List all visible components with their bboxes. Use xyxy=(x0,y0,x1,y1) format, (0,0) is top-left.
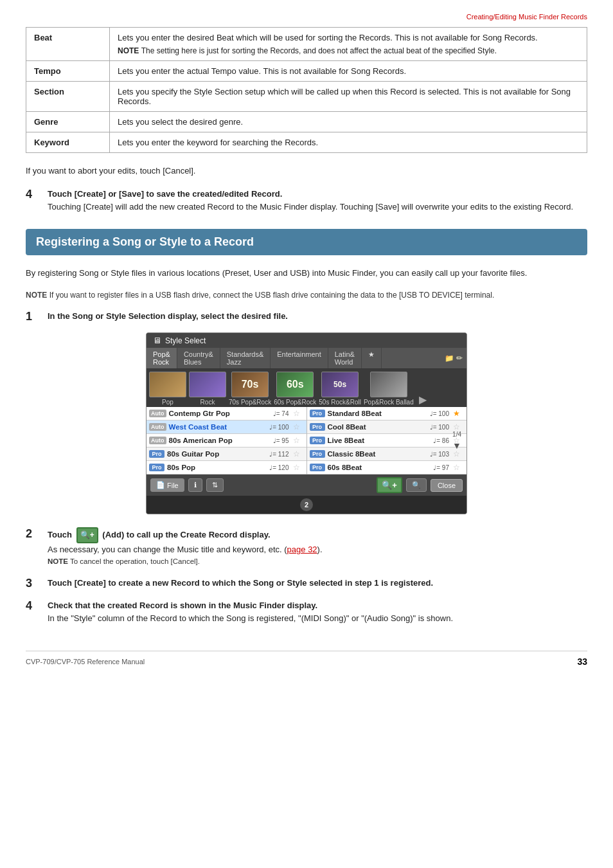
star-icon[interactable]: ☆ xyxy=(293,409,300,418)
tab-latin-world[interactable]: Latin&World xyxy=(328,348,362,368)
tab-favorites[interactable]: ★ xyxy=(362,348,382,368)
step-number-3: 3 xyxy=(26,577,44,590)
badge-pro: Pro xyxy=(310,450,325,458)
step-4-title: Touch [Create] or [Save] to save the cre… xyxy=(48,189,282,199)
info-icon: ℹ xyxy=(194,481,197,489)
list-item[interactable]: Auto 80s American Pop ♩= 95 ☆ xyxy=(147,434,306,448)
step-4b-body: In the "Style" column of the Record to w… xyxy=(48,613,453,623)
cat-scroll-right[interactable]: ▶ xyxy=(416,393,429,406)
list-item[interactable]: Pro 80s Guitar Pop ♩= 112 ☆ xyxy=(147,448,306,461)
list-item[interactable]: Auto Contemp Gtr Pop ♩= 74 ☆ xyxy=(147,407,306,420)
cat-50s[interactable]: 50s 50s Rock&Roll xyxy=(319,372,361,406)
step-1: 1 In the Song or Style Selection display… xyxy=(26,310,587,323)
badge-auto: Auto xyxy=(149,410,166,417)
cat-pop-thumb xyxy=(149,372,186,397)
section-title: Registering a Song or Style to a Record xyxy=(36,235,254,248)
step-4b-content: Check that the created Record is shown i… xyxy=(48,599,587,625)
tab-country-blues[interactable]: Country&Blues xyxy=(177,348,220,368)
edit-icon: ✏ xyxy=(456,354,463,363)
page-footer: CVP-709/CVP-705 Reference Manual 33 xyxy=(26,651,587,667)
table-definition: Lets you enter the actual Tempo value. T… xyxy=(110,61,587,82)
scroll-down-button[interactable]: ▼ xyxy=(452,440,461,451)
add-button-group: 🔍+ xyxy=(377,477,402,493)
item-tempo: ♩= 74 xyxy=(273,410,289,417)
item-tempo: ♩= 100 xyxy=(430,410,449,417)
step-1-title: In the Song or Style Selection display, … xyxy=(48,311,288,321)
star-icon[interactable]: ☆ xyxy=(293,436,300,445)
step-2-note: NOTE To cancel the operation, touch [Can… xyxy=(48,556,587,568)
item-tempo: ♩= 100 xyxy=(430,424,449,431)
cat-60s-thumb: 60s xyxy=(276,372,314,397)
cat-pop-label: Pop xyxy=(162,399,173,406)
cat-50s-thumb: 50s xyxy=(321,372,359,397)
style-select-titlebar: 🖥 Style Select xyxy=(147,333,466,348)
star-icon[interactable]: ☆ xyxy=(293,463,300,472)
item-name: Classic 8Beat xyxy=(328,450,430,458)
cat-pop[interactable]: Pop xyxy=(149,372,186,406)
cat-70s-label: 70s Pop&Rock xyxy=(229,399,271,406)
table-term: Genre xyxy=(26,112,110,132)
cat-60s[interactable]: 60s 60s Pop&Rock xyxy=(274,372,316,406)
list-item[interactable]: Auto West Coast Beat ♩= 100 ☆ xyxy=(147,420,306,434)
folder-icon: 📁 xyxy=(445,354,454,363)
badge-pro: Pro xyxy=(310,410,325,417)
page-link[interactable]: page 32 xyxy=(287,545,317,554)
add-icon-inline: 🔍+ xyxy=(76,527,98,543)
file-button[interactable]: 📄 File xyxy=(150,478,184,492)
monitor-icon: 🖥 xyxy=(153,336,161,345)
item-name: 60s 8Beat xyxy=(328,464,434,471)
item-name: Standard 8Beat xyxy=(328,410,430,417)
info-button[interactable]: ℹ xyxy=(188,478,202,492)
cat-rock[interactable]: Rock xyxy=(189,372,226,406)
step-3-content: Touch [Create] to create a new Record to… xyxy=(48,577,587,590)
list-item[interactable]: Pro Standard 8Beat ♩= 100 ★ xyxy=(307,407,467,420)
tab-entertainment[interactable]: Entertainment xyxy=(271,348,328,368)
step-2-sub: As necessary, you can change the Music t… xyxy=(48,545,323,554)
item-name: 80s American Pop xyxy=(169,437,273,444)
list-item[interactable]: Pro Live 8Beat ♩= 86 ☆ xyxy=(307,434,467,448)
badge-pro: Pro xyxy=(149,450,164,458)
search-button[interactable]: 🔍 xyxy=(406,478,427,492)
table-definition: Lets you select the desired genre. xyxy=(110,112,587,132)
badge-pro: Pro xyxy=(310,437,325,444)
list-item[interactable]: Pro 80s Pop ♩= 120 ☆ xyxy=(147,461,306,475)
cat-rock-thumb xyxy=(189,372,226,397)
file-icon: 📄 xyxy=(156,481,165,489)
step-2: 2 Touch 🔍+ (Add) to call up the Create R… xyxy=(26,527,587,568)
badge-pro: Pro xyxy=(149,464,164,471)
list-area: Auto Contemp Gtr Pop ♩= 74 ☆ Auto West C… xyxy=(147,407,466,475)
model-text: CVP-709/CVP-705 Reference Manual xyxy=(26,658,145,665)
cat-70s[interactable]: 70s 70s Pop&Rock xyxy=(229,372,271,406)
step-1-content: In the Song or Style Selection display, … xyxy=(48,310,587,323)
style-select-panel: 🖥 Style Select Pop&Rock Country&Blues St… xyxy=(146,332,467,514)
step-3: 3 Touch [Create] to create a new Record … xyxy=(26,577,587,590)
step-number-2: 2 xyxy=(26,527,44,541)
badge-auto: Auto xyxy=(149,423,166,431)
step-4-body: Touching [Create] will add the new creat… xyxy=(48,202,573,212)
tab-spacer xyxy=(382,348,441,368)
star-icon[interactable]: ☆ xyxy=(293,449,300,458)
list-item[interactable]: Pro Cool 8Beat ♩= 100 ☆ xyxy=(307,420,467,434)
close-button[interactable]: Close xyxy=(431,479,463,492)
list-item[interactable]: Pro Classic 8Beat ♩= 103 ☆ xyxy=(307,448,467,461)
badge-pro: Pro xyxy=(310,423,325,431)
breadcrumb-link[interactable]: Creating/Editing Music Finder Records xyxy=(466,13,587,21)
step-2-title: Touch 🔍+ (Add) to call up the Create Rec… xyxy=(48,530,271,539)
note-indent: If you want to register files in a USB f… xyxy=(49,291,495,300)
list-item[interactable]: Pro 60s 8Beat ♩= 97 ☆ xyxy=(307,461,467,475)
step-2-content: Touch 🔍+ (Add) to call up the Create Rec… xyxy=(48,527,587,568)
step-4b: 4 Check that the created Record is shown… xyxy=(26,599,587,625)
cat-prb-thumb xyxy=(370,372,407,397)
table-definition: Lets you specify the Style Section setup… xyxy=(110,82,587,112)
breadcrumb: Creating/Editing Music Finder Records xyxy=(26,13,587,21)
step-indicator: 2 xyxy=(147,496,466,514)
star-icon[interactable]: ☆ xyxy=(293,422,300,431)
sort-button[interactable]: ⇅ xyxy=(206,478,224,492)
step-4b-title: Check that the created Record is shown i… xyxy=(48,601,317,610)
cat-prb[interactable]: Pop&Rock Ballad xyxy=(364,372,414,406)
add-record-button[interactable]: 🔍+ xyxy=(377,477,402,493)
step-3-title: Touch [Create] to create a new Record to… xyxy=(48,578,433,588)
tab-standards-jazz[interactable]: Standards&Jazz xyxy=(220,348,271,368)
note-label: NOTE xyxy=(26,291,47,300)
tab-pop-rock[interactable]: Pop&Rock xyxy=(147,348,177,368)
